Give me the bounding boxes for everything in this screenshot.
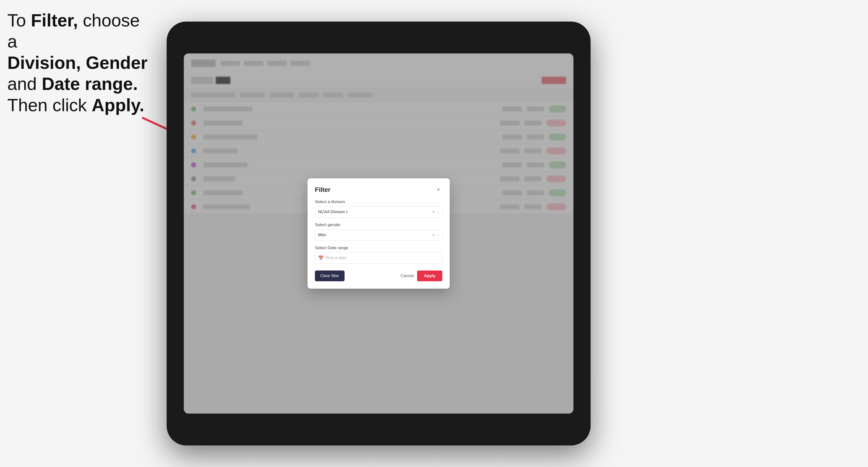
division-value: NCAA Division I bbox=[318, 210, 432, 214]
gender-clear-icon[interactable]: × bbox=[432, 232, 435, 238]
modal-footer: Clear filter Cancel Apply bbox=[315, 271, 442, 281]
clear-filter-button[interactable]: Clear filter bbox=[315, 271, 345, 281]
date-form-group: Select Date range 📅 Pick a date bbox=[315, 246, 442, 263]
gender-arrow-icon: ⌄ bbox=[436, 233, 439, 237]
gender-select[interactable]: Men × ⌄ bbox=[315, 229, 442, 241]
modal-header: Filter × bbox=[315, 186, 442, 193]
division-arrow-icon: ⌄ bbox=[436, 210, 439, 214]
apply-button[interactable]: Apply bbox=[417, 271, 442, 281]
date-range-bold: Date range. bbox=[42, 74, 138, 94]
and-text: and bbox=[7, 74, 42, 94]
filter-modal: Filter × Select a division NCAA Division… bbox=[308, 178, 450, 289]
gender-form-group: Select gender Men × ⌄ bbox=[315, 222, 442, 241]
modal-title: Filter bbox=[315, 186, 331, 193]
tablet-device: Filter × Select a division NCAA Division… bbox=[167, 22, 591, 445]
cancel-button[interactable]: Cancel bbox=[401, 274, 414, 278]
close-button[interactable]: × bbox=[434, 186, 442, 193]
tablet-screen: Filter × Select a division NCAA Division… bbox=[184, 54, 574, 413]
date-label: Select Date range bbox=[315, 246, 442, 250]
division-gender-bold: Division, Gender bbox=[7, 53, 148, 72]
division-clear-icon[interactable]: × bbox=[432, 210, 435, 215]
filter-bold: Filter, bbox=[31, 10, 78, 30]
division-form-group: Select a division NCAA Division I × ⌄ bbox=[315, 199, 442, 218]
gender-value: Men bbox=[318, 232, 432, 238]
calendar-icon: 📅 bbox=[318, 255, 323, 261]
then-click-text: Then click bbox=[7, 95, 92, 115]
division-select[interactable]: NCAA Division I × ⌄ bbox=[315, 206, 442, 218]
gender-label: Select gender bbox=[315, 222, 442, 227]
apply-bold: Apply. bbox=[92, 95, 144, 115]
instruction-text: To Filter, choose a Division, Gender and… bbox=[7, 10, 150, 116]
division-label: Select a division bbox=[315, 199, 442, 204]
modal-overlay: Filter × Select a division NCAA Division… bbox=[184, 54, 574, 413]
date-input[interactable]: 📅 Pick a date bbox=[315, 252, 442, 263]
date-placeholder: Pick a date bbox=[326, 255, 346, 260]
